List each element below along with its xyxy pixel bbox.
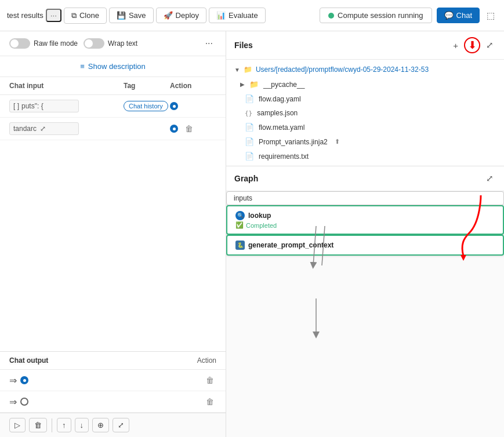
- files-header: Files + ⬇ ⤢: [226, 31, 504, 60]
- radio-filled-2[interactable]: [170, 125, 178, 133]
- compute-status: Compute session running: [320, 8, 432, 23]
- table-row: [ ] puts": { Chat history: [0, 95, 226, 118]
- move-down-button[interactable]: ↓: [75, 418, 89, 432]
- graph-header: Graph ⤢: [226, 166, 504, 191]
- chevron-down-icon: ▼: [234, 67, 240, 73]
- chat-input-field-1[interactable]: [ ] puts": {: [9, 100, 79, 112]
- file-name: requirements.txt: [259, 152, 309, 161]
- evaluate-icon: 📊: [216, 11, 226, 20]
- clone-icon: ⧉: [71, 11, 77, 20]
- file-name: flow.meta.yaml: [259, 123, 304, 132]
- up-icon: ↑: [62, 421, 66, 429]
- file-name: samples.json: [257, 109, 298, 117]
- list-item[interactable]: 📄 Prompt_variants.jinja2 ⬆: [226, 134, 504, 149]
- add-file-button[interactable]: +: [451, 39, 461, 52]
- raw-file-toggle-wrapper: Raw file mode: [9, 38, 78, 49]
- settings-icon: ⊕: [97, 421, 104, 429]
- topbar-expand-button[interactable]: ⬚: [484, 9, 497, 22]
- file-path-row[interactable]: ▼ 📁 Users/[redacted]/promptflow/cwyd-05-…: [226, 62, 504, 77]
- radio-output-1[interactable]: [20, 376, 28, 384]
- bottom-toolbar: ▷ 🗑 ↑ ↓ ⊕ ⤢: [0, 413, 226, 437]
- chat-input-header: Chat input Tag Action: [0, 77, 226, 95]
- node-generate[interactable]: 🐍 generate_prompt_context: [226, 235, 504, 256]
- settings-button[interactable]: ⊕: [92, 418, 109, 432]
- files-expand-button[interactable]: ⤢: [484, 39, 496, 52]
- clone-button[interactable]: ⧉ Clone: [64, 8, 107, 24]
- save-icon: 💾: [117, 11, 126, 20]
- list-item[interactable]: 📄 requirements.txt: [226, 149, 504, 163]
- generate-label: generate_prompt_context: [248, 241, 333, 249]
- table-row: tandarc ⤢ 🗑: [0, 118, 226, 140]
- toolbar-more-button[interactable]: ···: [202, 37, 216, 50]
- evaluate-button[interactable]: 📊 Evaluate: [209, 8, 266, 23]
- delete-row-2-button[interactable]: 🗑: [183, 123, 195, 134]
- deploy-button[interactable]: 🚀 Deploy: [156, 8, 206, 23]
- down-icon: ↓: [80, 421, 84, 429]
- expand-icon: ⤢: [486, 173, 494, 183]
- expand-icon: ⤢: [118, 421, 124, 429]
- check-icon: ✅: [235, 221, 244, 229]
- list-item[interactable]: 📄 flow.meta.yaml: [226, 120, 504, 134]
- file-icon: 📄: [245, 152, 254, 161]
- node-lookup[interactable]: 🔍 lookup ✅ Completed: [226, 205, 504, 235]
- chat-output-header: Chat output Action: [0, 352, 226, 370]
- main-layout: Raw file mode Wrap text ··· ≡ Show descr…: [0, 31, 504, 437]
- list-item[interactable]: {} samples.json: [226, 106, 504, 120]
- file-icon: {}: [245, 110, 252, 117]
- delete-output-1-button[interactable]: 🗑: [204, 374, 216, 386]
- delete-output-2-button[interactable]: 🗑: [204, 396, 216, 407]
- list-item[interactable]: 📄 flow.dag.yaml: [226, 92, 504, 106]
- table-row: ⇒ 🗑: [0, 391, 226, 413]
- list-icon: ≡: [80, 62, 85, 71]
- chat-output-label: Chat output: [9, 356, 48, 365]
- delete-icon: 🗑: [34, 421, 42, 429]
- node-inputs[interactable]: inputs: [226, 191, 504, 205]
- node-inputs-label: inputs: [234, 194, 252, 202]
- file-tree: ▼ 📁 Users/[redacted]/promptflow/cwyd-05-…: [226, 60, 504, 166]
- save-button[interactable]: 💾 Save: [109, 8, 154, 23]
- folder-icon-pycache: 📁: [249, 80, 259, 89]
- files-section: Files + ⬇ ⤢ ▼ 📁 Users/[redacted]/promptf…: [226, 31, 504, 166]
- deploy-icon: 🚀: [164, 11, 173, 20]
- file-icon: 📄: [245, 123, 254, 132]
- move-up-button[interactable]: ↑: [57, 418, 71, 432]
- radio-output-2[interactable]: [20, 398, 28, 406]
- status-dot: [328, 13, 334, 19]
- chat-history-badge: Chat history: [124, 101, 168, 111]
- radio-filled-1[interactable]: [170, 102, 178, 110]
- generate-icon: 🐍: [235, 241, 245, 250]
- toolbar-row: Raw file mode Wrap text ···: [0, 31, 226, 56]
- chat-button[interactable]: 💬 Chat: [437, 8, 480, 23]
- file-name: Prompt_variants.jinja2: [259, 138, 328, 146]
- graph-expand-button[interactable]: ⤢: [484, 172, 496, 185]
- file-path-text: Users/[redacted]/promptflow/cwyd-05-29-2…: [256, 65, 429, 74]
- left-panel: Raw file mode Wrap text ··· ≡ Show descr…: [0, 31, 226, 437]
- files-title: Files: [234, 41, 253, 50]
- more-button[interactable]: ···: [46, 9, 61, 22]
- list-item[interactable]: ▶ 📁 __pycache__: [226, 77, 504, 92]
- expand-button[interactable]: ⤢: [113, 418, 129, 432]
- play-button[interactable]: ▷: [9, 418, 26, 432]
- folder-name-pycache: __pycache__: [263, 81, 304, 89]
- chat-input-field-2[interactable]: tandarc ⤢: [9, 122, 79, 135]
- share-icon: ⬆: [335, 138, 340, 145]
- chat-output-action-label: Action: [197, 356, 216, 365]
- raw-file-toggle[interactable]: [9, 38, 30, 49]
- lookup-status: ✅ Completed: [235, 221, 495, 229]
- show-description-button[interactable]: ≡ Show description: [0, 56, 226, 77]
- svg-marker-3: [461, 255, 466, 261]
- divider: [52, 418, 52, 432]
- raw-file-label: Raw file mode: [34, 39, 78, 48]
- chat-icon: 💬: [444, 11, 454, 20]
- download-button[interactable]: ⬇: [464, 37, 480, 53]
- download-icon: ⬇: [468, 39, 477, 52]
- graph-canvas: inputs 🔍 lookup ✅ Completed: [226, 191, 504, 437]
- delete-button[interactable]: 🗑: [29, 418, 47, 432]
- files-actions: + ⬇ ⤢: [451, 37, 496, 53]
- lookup-icon: 🔍: [235, 211, 245, 220]
- topbar: test results ··· ⧉ Clone 💾 Save 🚀 Deploy…: [0, 0, 504, 31]
- chat-output-section: Chat output Action ⇒ 🗑 ⇒: [0, 351, 226, 413]
- file-icon: 📄: [245, 137, 254, 146]
- wrap-text-toggle[interactable]: [84, 38, 104, 49]
- play-icon: ▷: [14, 421, 20, 429]
